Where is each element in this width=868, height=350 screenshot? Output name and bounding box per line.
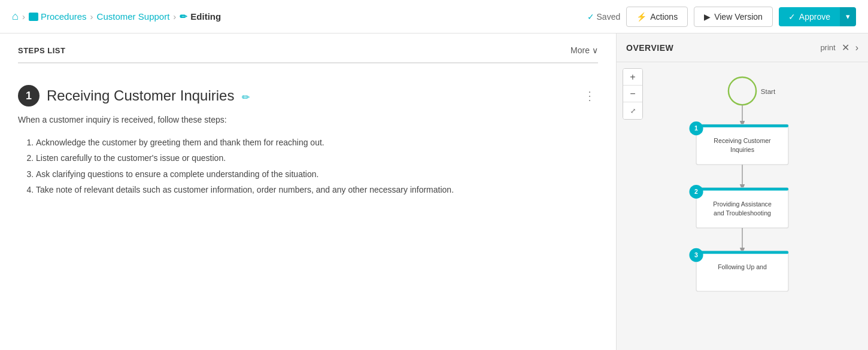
- svg-point-0: [729, 77, 756, 105]
- svg-rect-10: [696, 188, 788, 228]
- zoom-in-button[interactable]: +: [623, 69, 642, 86]
- step-title: Receiving Customer Inquiries ✏: [47, 87, 250, 104]
- svg-text:1: 1: [694, 124, 698, 132]
- svg-text:2: 2: [694, 188, 698, 195]
- main-content: STEPS LIST More ∨ 1 Receiving Customer I…: [0, 34, 868, 350]
- breadcrumb-editing: ✏ Editing: [180, 11, 221, 22]
- list-item: Listen carefully to the customer's issue…: [36, 151, 598, 165]
- approve-check-icon: ✓: [788, 12, 796, 22]
- svg-text:3: 3: [694, 251, 698, 258]
- svg-rect-11: [696, 188, 788, 191]
- diagram-area: + − ⤢ Start 1 Receiving Customer Inquiri…: [617, 62, 868, 350]
- list-item: Acknowledge the customer by greeting the…: [36, 136, 598, 149]
- steps-list-title: STEPS LIST: [18, 46, 65, 55]
- zoom-controls: + − ⤢: [623, 68, 643, 120]
- approve-group: ✓ Approve ▾: [779, 7, 856, 26]
- step-header: 1 Receiving Customer Inquiries ✏ ⋮: [18, 85, 598, 106]
- svg-text:Start: Start: [761, 88, 776, 95]
- svg-text:and Troubleshooting: and Troubleshooting: [714, 209, 771, 217]
- overview-title: OVERVIEW: [626, 43, 673, 53]
- pencil-icon: ✏: [180, 11, 187, 22]
- approve-dropdown-button[interactable]: ▾: [840, 7, 856, 26]
- separator-3: ›: [173, 11, 176, 22]
- breadcrumb: ⌂ › Procedures › Customer Support › ✏ Ed…: [12, 10, 221, 23]
- svg-text:Providing Assistance: Providing Assistance: [713, 200, 772, 208]
- svg-rect-18: [696, 251, 788, 254]
- more-button[interactable]: More ∨: [570, 45, 598, 55]
- approve-button[interactable]: ✓ Approve: [779, 7, 840, 26]
- overview-header: OVERVIEW print ✕ ›: [617, 34, 868, 62]
- chevron-down-icon: ▾: [846, 12, 850, 21]
- right-panel: OVERVIEW print ✕ › + − ⤢ Start: [617, 34, 868, 350]
- svg-text:Receiving Customer: Receiving Customer: [714, 137, 771, 144]
- print-button[interactable]: print: [820, 43, 835, 52]
- svg-text:Following Up and: Following Up and: [718, 263, 767, 270]
- saved-status: ✓ Saved: [587, 12, 621, 22]
- svg-text:Inquiries: Inquiries: [730, 146, 754, 153]
- check-icon: ✓: [587, 12, 594, 22]
- separator-2: ›: [90, 11, 93, 22]
- step-number-badge: 1: [18, 85, 40, 106]
- flowchart-svg: Start 1 Receiving Customer Inquiries 2: [617, 62, 868, 350]
- expand-icon[interactable]: ›: [855, 42, 858, 53]
- home-icon[interactable]: ⌂: [12, 10, 19, 23]
- step-list: Acknowledge the customer by greeting the…: [18, 136, 598, 197]
- chevron-down-icon: ∨: [592, 45, 598, 55]
- breadcrumb-procedures[interactable]: Procedures: [29, 11, 87, 22]
- step-menu-button[interactable]: ⋮: [581, 86, 598, 105]
- folder-icon: [29, 13, 38, 21]
- svg-rect-17: [696, 251, 788, 291]
- overview-actions: print ✕ ›: [820, 42, 858, 53]
- header: ⌂ › Procedures › Customer Support › ✏ Ed…: [0, 0, 868, 34]
- zoom-out-button[interactable]: −: [623, 86, 642, 102]
- list-item: Take note of relevant details such as cu…: [36, 183, 598, 196]
- svg-rect-3: [696, 124, 788, 165]
- step-description: When a customer inquiry is received, fol…: [18, 114, 598, 126]
- edit-title-icon[interactable]: ✏: [242, 92, 250, 102]
- play-icon: ▶: [704, 12, 711, 22]
- actions-button[interactable]: ⚡ Actions: [626, 7, 688, 27]
- view-version-button[interactable]: ▶ View Version: [694, 7, 773, 27]
- left-panel: STEPS LIST More ∨ 1 Receiving Customer I…: [0, 34, 617, 350]
- lightning-icon: ⚡: [636, 12, 647, 22]
- zoom-fit-button[interactable]: ⤢: [623, 102, 642, 119]
- list-item: Ask clarifying questions to ensure a com…: [36, 168, 598, 181]
- step-item-1: 1 Receiving Customer Inquiries ✏ ⋮ When …: [18, 75, 598, 209]
- breadcrumb-customer-support[interactable]: Customer Support: [97, 11, 170, 22]
- steps-list-header: STEPS LIST More ∨: [18, 45, 598, 63]
- step-title-group: 1 Receiving Customer Inquiries ✏: [18, 85, 250, 106]
- separator-1: ›: [22, 11, 25, 22]
- close-icon[interactable]: ✕: [842, 42, 849, 53]
- header-actions: ✓ Saved ⚡ Actions ▶ View Version ✓ Appro…: [587, 7, 856, 27]
- svg-rect-4: [696, 124, 788, 127]
